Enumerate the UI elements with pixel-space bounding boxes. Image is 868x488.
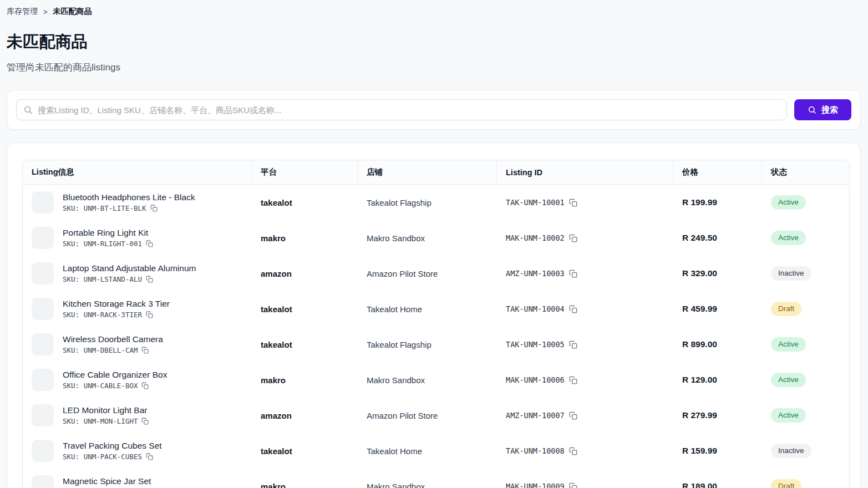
column-header-price: 价格 (673, 160, 762, 184)
search-button[interactable]: 搜索 (794, 99, 851, 120)
status-cell: Active (762, 231, 850, 245)
breadcrumb-separator-icon: > (43, 8, 48, 16)
breadcrumb: 库存管理 > 未匹配商品 (7, 6, 861, 17)
product-thumbnail (32, 404, 54, 426)
price-cell: R 899.00 (673, 339, 762, 349)
status-badge: Active (771, 408, 806, 423)
column-header-platform: 平台 (252, 160, 358, 184)
status-cell: Active (762, 408, 850, 423)
product-sku: SKU: UNM-DBELL-CAM (63, 346, 138, 354)
listing-id-cell: TAK-UNM-10004 (497, 304, 673, 313)
status-badge: Draft (771, 302, 801, 316)
search-button-label: 搜索 (821, 105, 838, 115)
platform-cell: makro (252, 482, 358, 488)
status-badge: Draft (771, 479, 801, 488)
copy-sku-button[interactable] (141, 382, 149, 389)
table-row: LED Monitor Light Bar SKU: UNM-MON-LIGHT… (23, 398, 849, 433)
listing-id: MAK-UNM-10002 (506, 233, 565, 242)
store-cell: Makro Sandbox (358, 233, 497, 243)
status-badge: Active (771, 373, 806, 387)
product-thumbnail (32, 227, 54, 249)
table-row: Travel Packing Cubes Set SKU: UNM-PACK-C… (23, 433, 849, 469)
listing-id-cell: MAK-UNM-10009 (497, 482, 673, 488)
product-thumbnail (32, 191, 54, 214)
listing-id-cell: AMZ-UNM-10003 (497, 269, 673, 278)
copy-listing-id-button[interactable] (569, 305, 577, 313)
copy-sku-button[interactable] (146, 240, 153, 247)
product-thumbnail (32, 298, 54, 320)
product-sku: SKU: UNM-CABLE-BOX (63, 382, 138, 390)
listing-info-cell: Wireless Doorbell Camera SKU: UNM-DBELL-… (23, 333, 252, 355)
platform-cell: takealot (252, 304, 358, 314)
copy-listing-id-button[interactable] (569, 340, 577, 349)
copy-sku-button[interactable] (146, 453, 153, 460)
listing-id: TAK-UNM-10001 (506, 198, 565, 207)
status-badge: Active (771, 231, 806, 245)
table-row: Portable Ring Light Kit SKU: UNM-RLIGHT-… (23, 220, 849, 256)
platform-cell: makro (252, 233, 358, 243)
copy-listing-id-button[interactable] (569, 199, 577, 207)
listing-info-cell: LED Monitor Light Bar SKU: UNM-MON-LIGHT (23, 404, 252, 426)
store-cell: Takealot Flagship (358, 340, 497, 349)
copy-sku-button[interactable] (146, 311, 153, 318)
listing-info-cell: Bluetooth Headphones Lite - Black SKU: U… (23, 191, 252, 214)
product-sku: SKU: UNM-MON-LIGHT (63, 417, 138, 425)
page-subtitle: 管理尚未匹配的商品listings (7, 61, 861, 74)
table-row: Kitchen Storage Rack 3 Tier SKU: UNM-RAC… (23, 291, 849, 327)
listing-id-cell: MAK-UNM-10002 (497, 233, 673, 242)
product-thumbnail (32, 440, 54, 462)
product-sku: SKU: UNM-RACK-3TIER (63, 311, 142, 319)
product-title: Laptop Stand Adjustable Aluminum (63, 263, 196, 273)
price-cell: R 329.00 (673, 268, 762, 278)
product-sku: SKU: UNM-LSTAND-ALU (63, 275, 142, 283)
copy-listing-id-button[interactable] (569, 376, 577, 384)
table-row: Office Cable Organizer Box SKU: UNM-CABL… (23, 362, 849, 398)
listing-id-cell: TAK-UNM-10008 (497, 446, 673, 455)
table-header-row: Listing信息 平台 店铺 Listing ID 价格 状态 (23, 160, 849, 185)
table-row: Bluetooth Headphones Lite - Black SKU: U… (23, 185, 849, 220)
listing-info-cell: Kitchen Storage Rack 3 Tier SKU: UNM-RAC… (23, 298, 252, 320)
copy-listing-id-button[interactable] (569, 482, 577, 488)
listing-id: TAK-UNM-10008 (506, 446, 565, 455)
price-cell: R 199.99 (673, 197, 762, 207)
product-sku: SKU: UNM-BT-LITE-BLK (63, 204, 146, 212)
search-section: 搜索 (7, 90, 861, 130)
listings-table: Listing信息 平台 店铺 Listing ID 价格 状态 Bluetoo… (22, 160, 850, 488)
copy-listing-id-button[interactable] (569, 270, 577, 278)
price-cell: R 279.99 (673, 410, 762, 420)
copy-listing-id-button[interactable] (569, 411, 577, 420)
page-title: 未匹配商品 (7, 31, 861, 53)
product-title: Kitchen Storage Rack 3 Tier (63, 299, 170, 309)
copy-sku-button[interactable] (150, 205, 158, 212)
product-thumbnail (32, 369, 54, 391)
breadcrumb-current: 未匹配商品 (53, 7, 92, 17)
copy-sku-button[interactable] (141, 418, 149, 425)
copy-sku-button[interactable] (141, 347, 149, 354)
copy-sku-button[interactable] (146, 276, 153, 283)
platform-cell: amazon (252, 269, 358, 278)
status-badge: Active (771, 195, 806, 210)
status-cell: Draft (762, 479, 850, 488)
search-button-icon (808, 105, 816, 114)
breadcrumb-inventory-link[interactable]: 库存管理 (7, 7, 38, 17)
listing-id: TAK-UNM-10005 (506, 340, 565, 349)
status-badge: Inactive (771, 266, 811, 281)
copy-listing-id-button[interactable] (569, 447, 577, 455)
status-badge: Active (771, 337, 806, 352)
search-input[interactable] (16, 99, 787, 120)
price-cell: R 249.50 (673, 233, 762, 243)
store-cell: Makro Sandbox (358, 375, 497, 385)
status-cell: Active (762, 373, 850, 387)
status-cell: Inactive (762, 444, 850, 458)
store-cell: Takealot Flagship (358, 198, 497, 207)
listing-info-cell: Portable Ring Light Kit SKU: UNM-RLIGHT-… (23, 227, 252, 249)
listing-id: MAK-UNM-10006 (506, 375, 565, 384)
platform-cell: amazon (252, 411, 358, 420)
product-sku: SKU: UNM-PACK-CUBES (63, 453, 142, 461)
listing-info-cell: Office Cable Organizer Box SKU: UNM-CABL… (23, 369, 252, 391)
listing-id-cell: AMZ-UNM-10007 (497, 411, 673, 420)
product-title: Bluetooth Headphones Lite - Black (63, 192, 195, 202)
product-thumbnail (32, 475, 54, 488)
price-cell: R 129.00 (673, 375, 762, 385)
copy-listing-id-button[interactable] (569, 234, 577, 242)
